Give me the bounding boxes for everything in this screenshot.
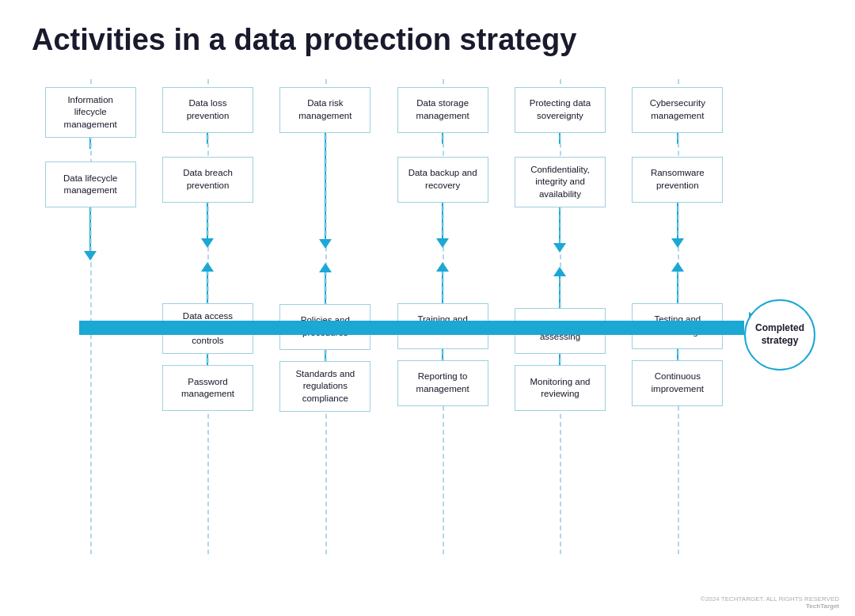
arrow-down [436,238,449,248]
diagram-area: Completedstrategy Information lifecycle … [32,79,823,554]
connector-line [207,203,208,238]
bottom-box-2-col-5: Monitoring and reviewing [515,365,606,411]
connector-line [677,203,678,238]
timeline-bar [79,321,744,335]
connector-line [442,203,443,238]
bottom-box-2-col-3: Standards and regulations compliance [279,361,370,413]
top-box-1-col-6: Cybersecurity management [632,87,723,133]
connector-line [325,350,326,361]
top-box-2-col-2: Data breach prevention [162,157,253,203]
top-box-1-col-2: Data loss prevention [162,87,253,133]
page-title: Activities in a data protection strategy [32,24,823,57]
connector-line [677,349,678,360]
column-2: Data loss preventionData breach preventi… [149,79,266,554]
column-4: Data storage managementData backup and r… [384,79,501,554]
completed-label: Completedstrategy [755,322,804,347]
arrow-up [553,267,566,276]
bottom-box-2-col-2: Password management [162,365,253,411]
top-box-1-col-4: Data storage management [397,87,488,133]
connector-line [677,133,678,144]
column-3: Data risk managementPolicies and procedu… [267,79,384,554]
connector-line [442,349,443,360]
column-6: Cybersecurity managementRansomware preve… [619,79,736,554]
connector-line [89,138,91,149]
connector-line [89,207,91,251]
completed-strategy-circle: Completedstrategy [744,299,815,371]
arrow-up [671,262,684,272]
top-box-1-col-1: Information lifecycle management [45,87,136,139]
footer: ©2024 TECHTARGET. ALL RIGHTS RESERVED Te… [701,595,839,610]
column-5: Protecting data sovereigntyConfidentiali… [501,79,618,554]
connector-line [559,207,560,243]
arrow-down [671,238,684,248]
connector-line [207,354,208,365]
connector-line [559,276,560,308]
top-box-1-col-3: Data risk management [279,87,370,133]
connector-line [442,133,443,144]
arrow-down [553,243,566,253]
arrow-up [319,263,332,272]
connector-line [559,133,560,144]
connector-line [325,133,326,144]
bottom-box-2-col-4: Reporting to management [397,360,488,406]
connector-line [559,354,560,365]
top-box-2-col-6: Ransomware prevention [632,157,723,203]
top-box-2-col-5: Confidentiality, integrity and availabil… [515,157,606,208]
arrow-down [319,239,332,249]
connector-line [442,272,443,303]
main-container: Activities in a data protection strategy… [0,0,855,616]
top-box-2-col-4: Data backup and recovery [397,157,488,203]
columns-wrapper: Information lifecycle managementData lif… [32,79,736,554]
arrow-up [436,262,449,272]
connector-line [207,272,208,303]
connector-line [325,144,326,239]
arrow-down [201,238,214,248]
connector-line [207,133,208,144]
connector-line [325,272,326,304]
arrow-down [84,251,97,260]
column-1: Information lifecycle managementData lif… [32,79,149,554]
connector-line [677,272,678,303]
top-box-1-col-5: Protecting data sovereignty [515,87,606,133]
bottom-box-2-col-6: Continuous improvement [632,360,723,406]
arrow-up [201,262,214,272]
top-box-2-col-1: Data lifecycle management [45,162,136,207]
